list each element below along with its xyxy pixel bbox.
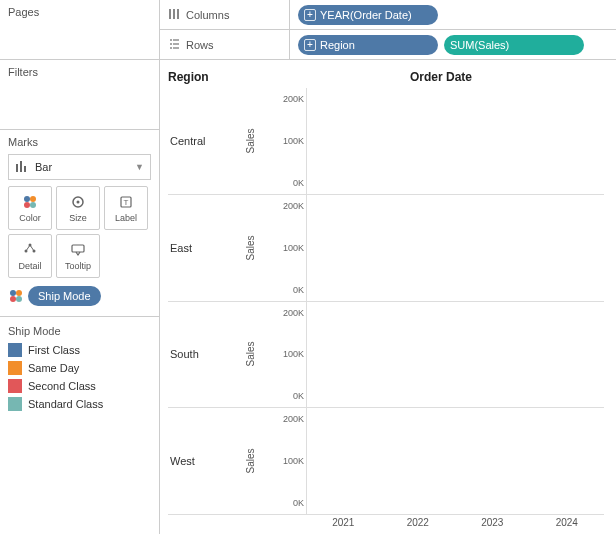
- label-btn[interactable]: TLabel: [104, 186, 148, 230]
- legend-label: First Class: [28, 344, 80, 356]
- svg-point-18: [16, 290, 22, 296]
- legend-title: Ship Mode: [8, 325, 151, 337]
- pages-title: Pages: [8, 6, 151, 18]
- svg-rect-2: [24, 166, 26, 172]
- chart-row: CentralSales200K100K0K: [168, 88, 604, 195]
- svg-rect-16: [72, 245, 84, 252]
- pill-label: SUM(Sales): [450, 39, 509, 51]
- pill-label: Region: [320, 39, 355, 51]
- bar-column: [311, 201, 379, 295]
- color-pill-label: Ship Mode: [38, 290, 91, 302]
- viz-area[interactable]: Region Order Date CentralSales200K100K0K…: [160, 60, 616, 534]
- color-encoding-row[interactable]: Ship Mode: [8, 286, 151, 306]
- main-area: Columns +YEAR(Order Date) Rows +RegionSU…: [160, 0, 616, 534]
- mark-type-select[interactable]: Bar ▼: [8, 154, 151, 180]
- svg-rect-21: [169, 9, 171, 19]
- label-btn-label: Label: [115, 213, 137, 223]
- legend-item[interactable]: Same Day: [8, 361, 151, 375]
- legend-item[interactable]: Standard Class: [8, 397, 151, 411]
- bar-column: [311, 94, 379, 188]
- svg-text:T: T: [124, 198, 129, 207]
- pages-panel[interactable]: Pages: [0, 0, 159, 60]
- rows-pills[interactable]: +RegionSUM(Sales): [290, 35, 616, 55]
- legend-label: Second Class: [28, 380, 96, 392]
- mark-type-label: Bar: [35, 161, 52, 173]
- y-axis-title: Sales: [238, 302, 278, 408]
- row-bars: [306, 88, 604, 194]
- columns-shelf[interactable]: Columns +YEAR(Order Date): [160, 0, 616, 30]
- bar-column: [385, 308, 453, 402]
- y-axis-ticks: 200K100K0K: [278, 88, 306, 194]
- svg-point-5: [24, 202, 30, 208]
- x-axis-labels: 2021202220232024: [306, 517, 604, 528]
- filters-title: Filters: [8, 66, 151, 78]
- legend-swatch: [8, 397, 22, 411]
- legend-item[interactable]: First Class: [8, 343, 151, 357]
- svg-point-6: [30, 202, 36, 208]
- y-tick: 100K: [278, 136, 304, 146]
- col-field-header: Order Date: [278, 70, 604, 84]
- row-bars: [306, 302, 604, 408]
- rows-shelf[interactable]: Rows +RegionSUM(Sales): [160, 30, 616, 60]
- rows-shelf-label: Rows: [160, 30, 290, 59]
- color-btn-icon: [22, 194, 38, 210]
- pill-label: YEAR(Order Date): [320, 9, 412, 21]
- detail-btn[interactable]: Detail: [8, 234, 52, 278]
- svg-point-8: [77, 200, 80, 203]
- columns-shelf-label: Columns: [160, 0, 290, 29]
- y-tick: 100K: [278, 243, 304, 253]
- columns-icon: [168, 8, 180, 22]
- legend-swatch: [8, 379, 22, 393]
- bar-column: [532, 414, 600, 508]
- legend-label: Standard Class: [28, 398, 103, 410]
- color-btn-label: Color: [19, 213, 41, 223]
- sidebar: Pages Filters Marks Bar ▼ ColorSizeTLabe…: [0, 0, 160, 534]
- legend-item[interactable]: Second Class: [8, 379, 151, 393]
- tooltip-btn[interactable]: Tooltip: [56, 234, 100, 278]
- rows-icon: [168, 38, 180, 52]
- svg-rect-1: [20, 161, 22, 172]
- y-axis-ticks: 200K100K0K: [278, 302, 306, 408]
- shelf-pill[interactable]: SUM(Sales): [444, 35, 584, 55]
- bar-column: [458, 414, 526, 508]
- bar-column: [532, 308, 600, 402]
- x-axis: 2021202220232024: [168, 517, 604, 528]
- region-label: Central: [168, 88, 238, 194]
- bar-column: [385, 94, 453, 188]
- y-axis-ticks: 200K100K0K: [278, 195, 306, 301]
- y-tick: 100K: [278, 349, 304, 359]
- bar-column: [532, 94, 600, 188]
- filters-panel[interactable]: Filters: [0, 60, 159, 130]
- svg-rect-27: [173, 43, 179, 44]
- expand-icon[interactable]: +: [304, 39, 316, 51]
- y-tick: 100K: [278, 456, 304, 466]
- chart-row: SouthSales200K100K0K: [168, 302, 604, 409]
- y-tick: 200K: [278, 201, 304, 211]
- y-tick: 200K: [278, 308, 304, 318]
- bar-column: [311, 414, 379, 508]
- svg-point-24: [170, 39, 172, 41]
- bar-column: [458, 201, 526, 295]
- y-tick: 200K: [278, 414, 304, 424]
- shelf-pill[interactable]: +Region: [298, 35, 438, 55]
- color-dots-icon: [8, 288, 24, 304]
- shelf-pill[interactable]: +YEAR(Order Date): [298, 5, 438, 25]
- y-tick: 0K: [278, 391, 304, 401]
- size-btn[interactable]: Size: [56, 186, 100, 230]
- expand-icon[interactable]: +: [304, 9, 316, 21]
- bar-column: [458, 308, 526, 402]
- svg-rect-23: [177, 9, 179, 19]
- svg-point-4: [30, 196, 36, 202]
- columns-pills[interactable]: +YEAR(Order Date): [290, 5, 616, 25]
- rows-label-text: Rows: [186, 39, 214, 51]
- y-axis-title: Sales: [238, 195, 278, 301]
- legend-items: First ClassSame DaySecond ClassStandard …: [8, 343, 151, 411]
- bar-column: [385, 414, 453, 508]
- chart-row: WestSales200K100K0K: [168, 408, 604, 515]
- region-label: East: [168, 195, 238, 301]
- color-encoding-pill[interactable]: Ship Mode: [28, 286, 101, 306]
- size-btn-icon: [70, 194, 86, 210]
- columns-label-text: Columns: [186, 9, 229, 21]
- svg-rect-29: [173, 47, 179, 48]
- color-btn[interactable]: Color: [8, 186, 52, 230]
